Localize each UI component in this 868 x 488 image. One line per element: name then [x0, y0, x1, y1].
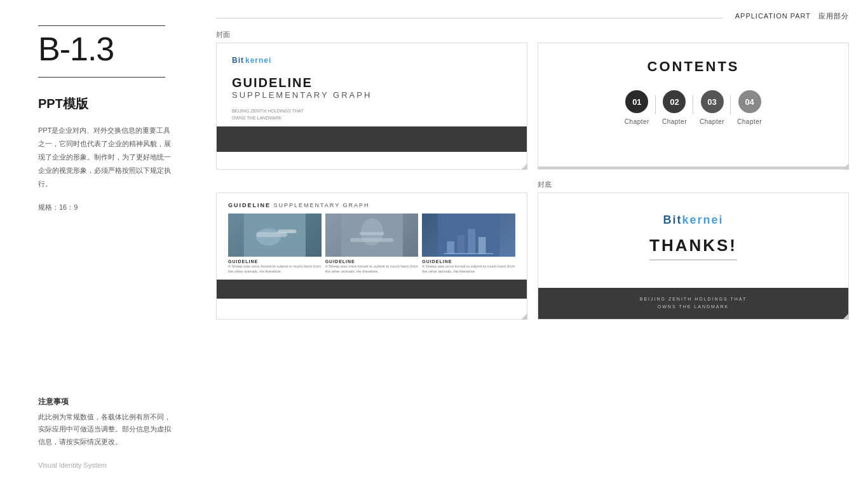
note-text: 此比例为常规数值，各载体比例有所不同，实际应用中可做适当调整。部分信息为虚拟信息… — [38, 411, 172, 449]
chapter-item-1: 01 Chapter — [618, 90, 656, 125]
contents-slide-wrapper: CONTENTS 01 Chapter 02 Chapter — [538, 43, 849, 170]
contents-bottom-bar — [538, 166, 848, 169]
cover-brand-logo: Bitkernei — [232, 56, 512, 65]
cover-title-main: GUIDELINE — [232, 75, 512, 90]
page: B-1.3 PPT模版 PPT是企业对内、对外交换信息的重要工具之一，它同时也代… — [0, 0, 868, 488]
vis-identity: Visual Identity System — [38, 461, 172, 469]
cover-section-label: 封面 — [216, 30, 849, 39]
photo-text-3: A Sheep was once forced to submit to muc… — [422, 264, 515, 274]
photo-text-2: A Sheep was once forced to submit to muc… — [325, 264, 419, 274]
svg-rect-10 — [458, 235, 465, 254]
section-title: PPT模版 — [38, 95, 172, 112]
cover-bottom-bar — [217, 126, 527, 152]
contents-slide: CONTENTS 01 Chapter 02 Chapter — [538, 43, 849, 170]
corner-decoration-3 — [521, 313, 527, 320]
chapter-item-4: 04 Chapter — [731, 90, 768, 125]
photo-label-2: GUIDELINE — [325, 259, 419, 264]
svg-rect-12 — [478, 237, 486, 254]
photo-item-1: GUIDELINE A Sheep was once forced to sub… — [228, 214, 322, 274]
chapter-label-1: Chapter — [625, 118, 649, 125]
cover-slide: Bitkernei GUIDELINE SUPPLEMENTARY GRAPH … — [216, 43, 527, 170]
thanks-brand-kerei: kernei — [682, 214, 723, 226]
top-divider — [38, 25, 165, 26]
top-slide-grid: Bitkernei GUIDELINE SUPPLEMENTARY GRAPH … — [216, 43, 849, 170]
chapters-row: 01 Chapter 02 Chapter 03 — [551, 90, 836, 159]
thanks-title: THANKS! — [649, 236, 737, 261]
thanks-top: Bitkernei THANKS! — [538, 193, 848, 288]
app-part-en: APPLICATION PART — [735, 12, 811, 20]
chapter-num-1: 01 — [625, 90, 648, 113]
chapter-label-2: Chapter — [662, 118, 687, 125]
app-part-cn: 应用部分 — [818, 12, 849, 20]
brand-bit: Bit — [232, 56, 244, 65]
thanks-bottom-bar: BEIJING ZENITH HOLDINGS THAT OWNS THE LA… — [538, 288, 848, 319]
photo-box-1 — [228, 214, 322, 257]
chapter-label-3: Chapter — [700, 118, 724, 125]
svg-rect-3 — [278, 229, 296, 233]
chapter-item-3: 03 Chapter — [693, 90, 731, 125]
chapter-num-3: 03 — [701, 90, 724, 113]
internal-bottom-bar — [217, 280, 527, 299]
svg-rect-11 — [468, 229, 476, 254]
description-text: PPT是企业对内、对外交换信息的重要工具之一，它同时也代表了企业的精神风貌，展现… — [38, 124, 172, 190]
internal-title-normal: SUPPLEMENTARY GRAPH — [271, 202, 370, 208]
bottom-left-col — [216, 180, 527, 193]
app-part-label: APPLICATION PART 应用部分 — [735, 11, 849, 21]
svg-rect-7 — [360, 232, 384, 235]
thanks-brand-bit: Bit — [663, 214, 682, 226]
content-area: 封面 Bitkernei GUIDELINE SUPPLEMENTARY GRA… — [216, 27, 849, 475]
photo-item-3: GUIDELINE A Sheep was once forced to sub… — [422, 214, 515, 274]
back-section-label: 封底 — [538, 180, 849, 189]
meeting-icon — [325, 214, 419, 257]
chapter-num-2: 02 — [663, 90, 686, 113]
photo-box-3 — [422, 214, 515, 257]
photo-item-2: GUIDELINE A Sheep was once forced to sub… — [325, 214, 419, 274]
top-bar-line — [216, 18, 722, 18]
handshake-icon — [228, 214, 322, 257]
photo-grid: GUIDELINE A Sheep was once forced to sub… — [228, 214, 515, 274]
cover-title-sub: SUPPLEMENTARY GRAPH — [232, 90, 512, 100]
thanks-footer-line2: OWNS THE LANDMARK — [538, 303, 848, 311]
bottom-slides-row: 封底 GUIDELINE SUPPLEMENTARY GRAPH — [216, 180, 849, 320]
photo-label-3: GUIDELINE — [422, 259, 515, 264]
thanks-slide: Bitkernei THANKS! BEIJING ZENITH HOLDING… — [538, 193, 849, 320]
sidebar-top: B-1.3 PPT模版 PPT是企业对内、对外交换信息的重要工具之一，它同时也代… — [38, 25, 172, 212]
internal-slide: GUIDELINE SUPPLEMENTARY GRAPH — [216, 193, 527, 320]
sidebar-bottom: 注意事项 此比例为常规数值，各载体比例有所不同，实际应用中可做适当调整。部分信息… — [38, 396, 172, 469]
corner-decoration-2 — [843, 163, 849, 170]
thanks-slide-wrapper: Bitkernei THANKS! BEIJING ZENITH HOLDING… — [538, 193, 849, 320]
svg-rect-6 — [350, 238, 393, 242]
slides-rows: 封面 Bitkernei GUIDELINE SUPPLEMENTARY GRA… — [216, 30, 849, 475]
internal-slide-wrapper: GUIDELINE SUPPLEMENTARY GRAPH — [216, 193, 527, 320]
photo-label-1: GUIDELINE — [228, 259, 322, 264]
photo-box-2 — [325, 214, 419, 257]
photo-text-1: A Sheep was once forced to submit to muc… — [228, 264, 322, 274]
thanks-brand: Bitkernei — [663, 214, 723, 227]
top-slides-row: 封面 Bitkernei GUIDELINE SUPPLEMENTARY GRA… — [216, 30, 849, 170]
internal-title: GUIDELINE SUPPLEMENTARY GRAPH — [228, 202, 515, 208]
chapter-label-4: Chapter — [737, 118, 762, 125]
chapter-item-2: 02 Chapter — [656, 90, 693, 125]
cover-small-text: BEIJING ZENITH HOLDINGS THAT OWNS THE LA… — [232, 107, 512, 121]
chart-icon — [422, 214, 515, 257]
bottom-slide-grid: GUIDELINE SUPPLEMENTARY GRAPH — [216, 193, 849, 320]
cover-slide-wrapper: Bitkernei GUIDELINE SUPPLEMENTARY GRAPH … — [216, 43, 527, 170]
spec-label: 规格：16：9 — [38, 203, 172, 212]
internal-title-bold: GUIDELINE — [228, 202, 271, 208]
mid-divider — [38, 77, 165, 78]
brand-kerei: kernei — [245, 56, 271, 65]
corner-decoration-4 — [843, 313, 849, 320]
sidebar: B-1.3 PPT模版 PPT是企业对内、对外交换信息的重要工具之一，它同时也代… — [0, 0, 197, 488]
thanks-footer-line1: BEIJING ZENITH HOLDINGS THAT — [538, 295, 848, 304]
page-code: B-1.3 — [38, 32, 172, 65]
svg-rect-9 — [447, 241, 455, 254]
corner-decoration — [521, 163, 527, 170]
chapter-num-4: 04 — [738, 90, 761, 113]
main-content: APPLICATION PART 应用部分 封面 B — [197, 0, 868, 488]
contents-title: CONTENTS — [551, 58, 836, 75]
top-bar: APPLICATION PART 应用部分 — [216, 0, 849, 21]
note-title: 注意事项 — [38, 396, 172, 407]
